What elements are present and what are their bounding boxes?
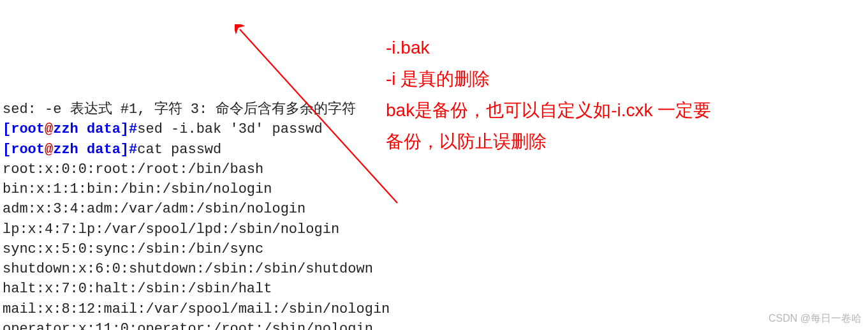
prompt-open: [	[3, 142, 11, 158]
watermark-text: CSDN @每日一卷哈	[769, 311, 862, 326]
output-line: root:x:0:0:root:/root:/bin/bash	[3, 161, 263, 177]
prompt-user: root	[11, 142, 45, 158]
output-line: shutdown:x:6:0:shutdown:/sbin:/sbin/shut…	[3, 261, 373, 277]
prompt-close: ]	[121, 121, 129, 137]
prompt-dir: data	[87, 121, 121, 137]
prompt-space	[78, 142, 87, 158]
output-line: operator:x:11:0:operator:/root:/sbin/nol…	[3, 321, 373, 330]
prompt-host: zzh	[53, 142, 78, 158]
output-line: mail:x:8:12:mail:/var/spool/mail:/sbin/n…	[3, 301, 390, 317]
prompt-hash: #	[129, 142, 137, 158]
output-line: halt:x:7:0:halt:/sbin:/sbin/halt	[3, 281, 272, 297]
output-line: adm:x:3:4:adm:/var/adm:/sbin/nologin	[3, 201, 305, 217]
prompt-space	[78, 121, 87, 137]
annotation-line: bak是备份，也可以自定义如-i.cxk 一定要备份，以防止误删除	[386, 94, 724, 157]
prompt-at: @	[45, 142, 53, 158]
output-line: lp:x:4:7:lp:/var/spool/lpd:/sbin/nologin	[3, 221, 339, 237]
annotation-text: -i.bak -i 是真的删除 bak是备份，也可以自定义如-i.cxk 一定要…	[386, 32, 724, 157]
prompt-user: root	[11, 121, 45, 137]
output-line: sync:x:5:0:sync:/sbin:/bin/sync	[3, 241, 263, 257]
command-line-1: sed -i.bak '3d' passwd	[137, 121, 322, 137]
output-line: bin:x:1:1:bin:/bin:/sbin/nologin	[3, 181, 272, 197]
annotation-line: -i.bak	[386, 32, 724, 63]
annotation-line: -i 是真的删除	[386, 63, 724, 94]
command-line-2: cat passwd	[137, 142, 221, 158]
prompt-hash: #	[129, 121, 137, 137]
prompt-close: ]	[121, 142, 129, 158]
cutoff-previous-line: sed: -e 表达式 #1, 字符 3: 命令后含有多余的字符	[3, 101, 356, 117]
prompt-at: @	[45, 121, 53, 137]
prompt-dir: data	[87, 142, 121, 158]
prompt-host: zzh	[53, 121, 78, 137]
prompt-open: [	[3, 121, 11, 137]
